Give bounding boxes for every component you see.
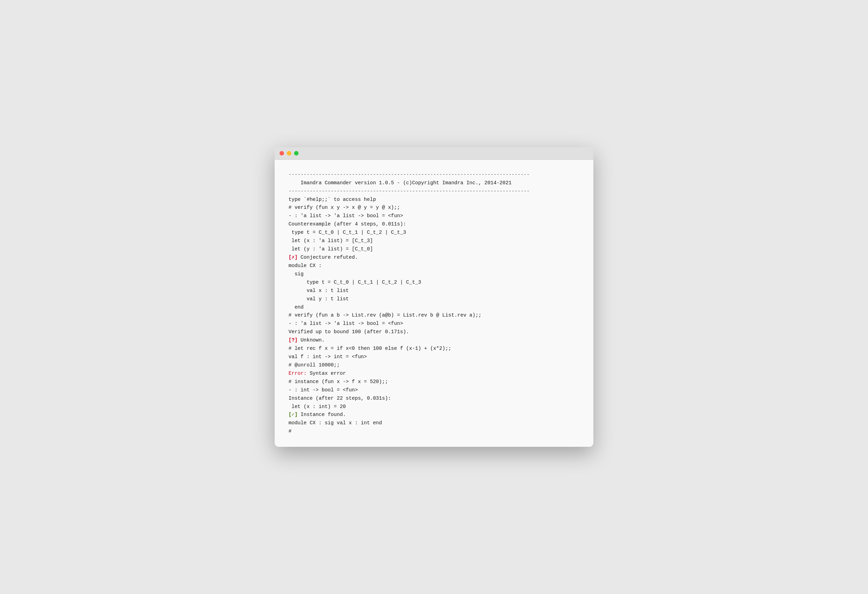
- conjecture-refuted: [✗] Conjecture refuted.: [289, 254, 579, 262]
- let-x: let (x : 'a list) = [C_t_3]: [289, 237, 579, 245]
- cmd-verify2: # verify (fun a b -> List.rev (a@b) = Li…: [289, 311, 579, 320]
- unknown-text: Unknown.: [298, 337, 325, 343]
- cmd-letrec: # let rec f x = if x<0 then 100 else f (…: [289, 344, 579, 353]
- val-x: val x : t list: [289, 287, 579, 295]
- terminal-content[interactable]: ----------------------------------------…: [275, 160, 593, 447]
- separator-bottom: ----------------------------------------…: [289, 188, 579, 196]
- header-line: Imandra Commander version 1.0.5 - (c)Cop…: [289, 179, 579, 188]
- cmd-verify1: # verify (fun x y -> x @ y = y @ x);;: [289, 204, 579, 212]
- end-line: end: [289, 303, 579, 312]
- module-cx2: module CX : sig val x : int end: [289, 419, 579, 427]
- close-button[interactable]: [279, 151, 284, 155]
- instance-header: Instance (after 22 steps, 0.031s):: [289, 395, 579, 403]
- question-badge: [?]: [289, 337, 298, 343]
- verified-bound: Verified up to bound 100 (after 0.171s).: [289, 328, 579, 336]
- counterexample-header: Counterexample (after 4 steps, 0.011s):: [289, 220, 579, 229]
- unknown-line: [?] Unknown.: [289, 336, 579, 344]
- val-y: val y : t list: [289, 295, 579, 303]
- result-letrec: val f : int -> int = <fun>: [289, 353, 579, 361]
- error-line: Error: Syntax error: [289, 369, 579, 378]
- sig-line: sig: [289, 270, 579, 278]
- traffic-lights: [279, 151, 298, 155]
- type-t: type t = C_t_0 | C_t_1 | C_t_2 | C_t_3: [289, 229, 579, 237]
- error-label: Error:: [289, 371, 307, 376]
- error-detail: Syntax error: [307, 371, 346, 376]
- help-text: type `#help;;` to access help: [289, 196, 579, 204]
- separator-top: ----------------------------------------…: [289, 171, 579, 179]
- titlebar: [275, 147, 593, 160]
- module-cx: module CX :: [289, 262, 579, 270]
- terminal-window: ----------------------------------------…: [275, 147, 593, 447]
- conjecture-refuted-text: Conjecture refuted.: [298, 254, 358, 260]
- result-verify2: - : 'a list -> 'a list -> bool = <fun>: [289, 320, 579, 328]
- let-x-int: let (x : int) = 20: [289, 403, 579, 411]
- instance-found-text: Instance found.: [298, 412, 346, 417]
- result-verify1: - : 'a list -> 'a list -> bool = <fun>: [289, 212, 579, 220]
- final-prompt[interactable]: #: [289, 427, 579, 436]
- red-x-badge: [✗]: [289, 254, 298, 260]
- green-check-badge: [✓]: [289, 412, 298, 417]
- minimize-button[interactable]: [287, 151, 291, 155]
- result-instance: - : int -> bool = <fun>: [289, 386, 579, 395]
- type-t2: type t = C_t_0 | C_t_1 | C_t_2 | C_t_3: [289, 278, 579, 287]
- let-y: let (y : 'a list) = [C_t_0]: [289, 245, 579, 254]
- cmd-unroll: # @unroll 10000;;: [289, 361, 579, 369]
- cmd-instance: # instance (fun x -> f x = 520);;: [289, 378, 579, 386]
- instance-found-line: [✓] Instance found.: [289, 411, 579, 419]
- maximize-button[interactable]: [294, 151, 298, 155]
